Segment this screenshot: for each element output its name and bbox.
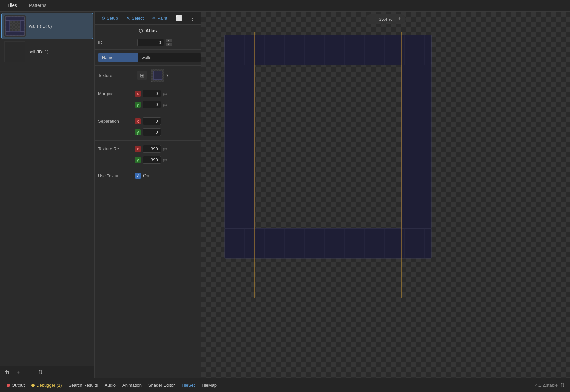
- margins-y-label: y: [135, 102, 141, 108]
- version-label: 4.1.2.stable: [535, 383, 558, 388]
- texture-region-y-row: y px: [98, 154, 198, 165]
- separation-y-label: y: [135, 129, 141, 135]
- output-button[interactable]: Output: [4, 381, 27, 389]
- zoom-out-button[interactable]: −: [369, 16, 375, 23]
- atlas-toolbar: ⚙ Setup ↖ Select ✏ Paint ⬜ ⋮: [95, 12, 201, 25]
- svg-rect-4: [6, 17, 24, 21]
- texture-control: ⊞ ▾: [137, 69, 168, 82]
- name-input[interactable]: [138, 53, 201, 62]
- tile-label-walls: walls (ID: 0): [29, 24, 52, 29]
- add-tile-button[interactable]: +: [15, 369, 21, 376]
- tile-thumb-soil: [4, 41, 25, 62]
- use-texture-row: Use Textur... On: [98, 171, 198, 180]
- texture-region-y-label: y: [135, 157, 141, 163]
- divider-3: [95, 85, 201, 85]
- search-results-label: Search Results: [69, 383, 98, 388]
- tile-item-soil[interactable]: soil (ID: 1): [1, 39, 93, 64]
- svg-rect-37: [225, 228, 431, 258]
- margins-y-row: y px: [98, 99, 198, 110]
- margins-label-row: Margins x px: [98, 88, 198, 99]
- use-texture-label: Use Textur...: [98, 173, 133, 178]
- cursor-icon: ↖: [127, 16, 130, 21]
- margins-x-px: px: [163, 91, 167, 96]
- texture-region-y-input[interactable]: [143, 156, 161, 164]
- divider-2: [95, 65, 201, 66]
- shader-editor-button[interactable]: Shader Editor: [146, 381, 178, 389]
- zoom-in-button[interactable]: +: [396, 16, 403, 23]
- svg-rect-9: [225, 35, 431, 65]
- delete-tile-button[interactable]: 🗑: [3, 369, 11, 376]
- name-label: Name: [98, 53, 138, 62]
- debugger-button[interactable]: Debugger (1): [29, 381, 65, 389]
- status-bar: Output Debugger (1) Search Results Audio…: [0, 378, 570, 392]
- margins-y-input[interactable]: [143, 101, 161, 108]
- select-button[interactable]: ↖ Select: [123, 14, 147, 22]
- id-spin-arrows: ▲ ▼: [166, 39, 172, 46]
- canvas-panel: − 35.4 % + ✕: [201, 12, 570, 378]
- texture-region-label: Texture Re...: [98, 146, 133, 151]
- tab-patterns[interactable]: Patterns: [23, 0, 52, 11]
- tab-tiles[interactable]: Tiles: [1, 0, 23, 11]
- margins-section: Margins x px y px: [95, 87, 201, 111]
- shader-editor-label: Shader Editor: [148, 383, 175, 388]
- tile-thumb-walls: [4, 15, 26, 37]
- atlas-header-label: Atlas: [145, 28, 157, 33]
- separation-y-row: y: [98, 127, 198, 138]
- select-label: Select: [132, 16, 144, 21]
- debugger-label: Debugger (1): [36, 383, 62, 388]
- main-content: walls (ID: 0) soil (ID: 1) 🗑 + ⋮ ⇅: [0, 12, 570, 378]
- animation-label: Animation: [122, 383, 142, 388]
- texture-region-y-px: px: [163, 158, 167, 162]
- tileset-button[interactable]: TileSet: [179, 381, 197, 389]
- soil-thumb-svg: [5, 42, 25, 62]
- texture-region-x-row: Texture Re... x px: [98, 143, 198, 154]
- walls-thumb-svg: [5, 16, 25, 36]
- divider-1: [95, 49, 201, 50]
- separation-x-input[interactable]: [143, 117, 161, 125]
- top-tab-bar: Tiles Patterns: [0, 0, 570, 12]
- texture-preview[interactable]: [151, 69, 164, 82]
- output-dot: [7, 384, 10, 387]
- tile-list-bottom: 🗑 + ⋮ ⇅: [0, 366, 94, 378]
- atlas-header: ⬡ Atlas: [95, 25, 201, 37]
- atlas-panel: ⚙ Setup ↖ Select ✏ Paint ⬜ ⋮ ⬡ Atlas: [95, 12, 201, 378]
- more-tile-button[interactable]: ⋮: [25, 368, 33, 376]
- toolbar-more-button[interactable]: ⋮: [188, 14, 198, 22]
- use-texture-checkbox[interactable]: [135, 173, 141, 179]
- margins-y-px: px: [163, 102, 167, 107]
- atlas-cube-icon: ⬡: [139, 28, 143, 33]
- separation-x-label: x: [135, 118, 141, 124]
- paint-label: Paint: [157, 16, 167, 21]
- margins-label: Margins: [98, 91, 133, 96]
- sort-tile-button[interactable]: ⇅: [37, 368, 44, 376]
- tile-list-panel: walls (ID: 0) soil (ID: 1) 🗑 + ⋮ ⇅: [0, 12, 95, 378]
- animation-button[interactable]: Animation: [120, 381, 144, 389]
- use-texture-section: Use Textur... On: [95, 170, 201, 182]
- tileset-svg: [215, 32, 441, 298]
- texture-dropdown-arrow[interactable]: ▾: [166, 73, 168, 78]
- zoom-value: 35.4 %: [377, 17, 395, 22]
- paint-button[interactable]: ✏ Paint: [149, 14, 171, 22]
- margins-x-input[interactable]: [143, 90, 161, 97]
- audio-button[interactable]: Audio: [102, 381, 118, 389]
- tile-item-walls[interactable]: walls (ID: 0): [1, 13, 93, 39]
- id-input[interactable]: [137, 39, 164, 46]
- svg-rect-7: [20, 21, 24, 31]
- id-label: ID: [98, 40, 135, 45]
- audio-label: Audio: [105, 383, 116, 388]
- separation-label: Separation: [98, 119, 133, 124]
- svg-rect-29: [401, 65, 431, 228]
- layout-settings-icon[interactable]: ⇅: [559, 382, 566, 388]
- separation-y-input[interactable]: [143, 128, 161, 136]
- id-spin-up[interactable]: ▲: [166, 39, 172, 42]
- texture-region-x-input[interactable]: [143, 145, 161, 153]
- tilemap-button[interactable]: TileMap: [199, 381, 219, 389]
- id-spin-down[interactable]: ▼: [166, 43, 172, 46]
- setup-button[interactable]: ⚙ Setup: [98, 14, 121, 22]
- tileset-label: TileSet: [181, 383, 195, 388]
- search-results-button[interactable]: Search Results: [66, 381, 101, 389]
- setup-icon: ⚙: [101, 16, 105, 21]
- debugger-dot: [31, 384, 35, 387]
- texture-region-x-px: px: [163, 147, 167, 151]
- paint-icon: ✏: [152, 16, 156, 21]
